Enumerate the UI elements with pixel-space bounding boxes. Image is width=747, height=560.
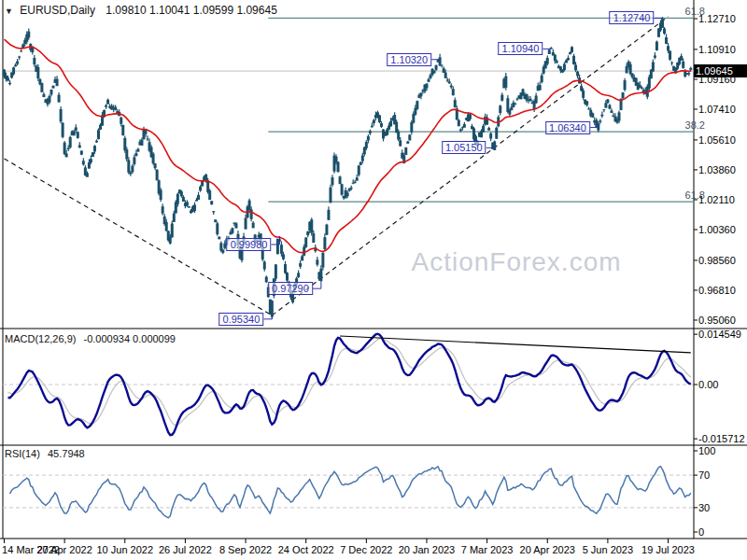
price-axis-label[interactable]: 0.96810 <box>698 285 736 296</box>
date-axis-label[interactable]: 24 Oct 2022 <box>278 544 334 555</box>
price-chart-canvas[interactable] <box>0 0 747 560</box>
price-axis-label[interactable]: 1.12710 <box>698 13 736 24</box>
price-swing-label: 0.97290 <box>268 282 313 295</box>
price-axis-label[interactable]: 1.03860 <box>698 164 736 175</box>
watermark: ActionForex.com <box>411 247 621 277</box>
date-axis-label[interactable]: 19 Jul 2023 <box>641 544 695 555</box>
date-axis-label[interactable]: 10 Jun 2022 <box>96 544 153 555</box>
rsi-axis-label[interactable]: 70 <box>698 469 710 481</box>
macd-name: MACD(12,26,9) <box>5 333 76 344</box>
rsi-axis-label[interactable]: 0 <box>698 526 704 538</box>
date-axis-label[interactable]: 27 Apr 2022 <box>36 544 92 555</box>
price-axis-label[interactable]: 1.09160 <box>698 74 736 85</box>
price-swing-label: 1.10940 <box>499 42 543 55</box>
symbol-dropdown-icon[interactable]: ▼ <box>5 7 13 16</box>
macd-indicator-label: MACD(12,26,9) -0.000934 0.000099 <box>5 333 176 344</box>
price-axis-label[interactable]: 1.05610 <box>698 134 736 146</box>
price-swing-label: 1.05150 <box>442 141 486 154</box>
macd-axis-label[interactable]: 0.00 <box>698 379 718 390</box>
chart-title-bar: ▼ EURUSD,Daily 1.09810 1.10041 1.09599 1… <box>5 4 277 17</box>
symbol-label: EURUSD,Daily <box>20 4 95 17</box>
rsi-axis-label[interactable]: 30 <box>698 502 710 513</box>
date-axis-label[interactable]: 26 Jul 2022 <box>159 544 212 555</box>
price-swing-label: 0.99980 <box>227 238 272 251</box>
date-axis-label[interactable]: 7 Dec 2022 <box>340 544 392 555</box>
macd-axis-label[interactable]: 0.014549 <box>698 329 741 340</box>
price-swing-label: 1.12740 <box>610 11 655 24</box>
rsi-indicator-label: RSI(14) 45.7948 <box>5 448 85 459</box>
price-axis-label[interactable]: 0.95060 <box>698 315 736 326</box>
date-axis-label[interactable]: 5 Jun 2023 <box>583 544 633 555</box>
price-axis-label[interactable]: 0.98560 <box>698 255 736 266</box>
price-axis-label[interactable]: 1.10910 <box>698 44 736 55</box>
rsi-axis-label[interactable]: 100 <box>698 445 715 456</box>
rsi-name: RSI(14) <box>5 448 40 459</box>
date-axis-label[interactable]: 8 Sep 2022 <box>219 544 272 555</box>
date-axis-label[interactable]: 7 Mar 2023 <box>461 544 514 555</box>
fib-level-label: 38.2 <box>685 119 705 131</box>
macd-axis-label[interactable]: -0.015712 <box>698 433 745 444</box>
macd-signal-line <box>8 338 691 425</box>
chart-window: ▼ EURUSD,Daily 1.09810 1.10041 1.09599 1… <box>0 0 747 560</box>
price-swing-label: 1.06340 <box>545 121 590 134</box>
price-swing-label: 0.95340 <box>219 313 264 326</box>
price-axis-label[interactable]: 1.02110 <box>698 194 735 205</box>
price-label-connector <box>313 282 321 288</box>
ohlc-values: 1.09810 1.10041 1.09599 1.09645 <box>106 4 277 17</box>
rsi-value: 45.7948 <box>48 448 85 459</box>
price-swing-label: 1.10320 <box>387 53 431 66</box>
price-axis-label[interactable]: 1.00360 <box>698 224 736 235</box>
date-axis-label[interactable]: 20 Apr 2023 <box>520 544 575 555</box>
rsi-line <box>10 467 691 518</box>
macd-values: -0.000934 0.000099 <box>83 333 175 344</box>
dashed-trendline <box>5 159 273 315</box>
date-axis-label[interactable]: 20 Jan 2023 <box>399 544 456 555</box>
price-axis-label[interactable]: 1.07410 <box>698 104 736 115</box>
